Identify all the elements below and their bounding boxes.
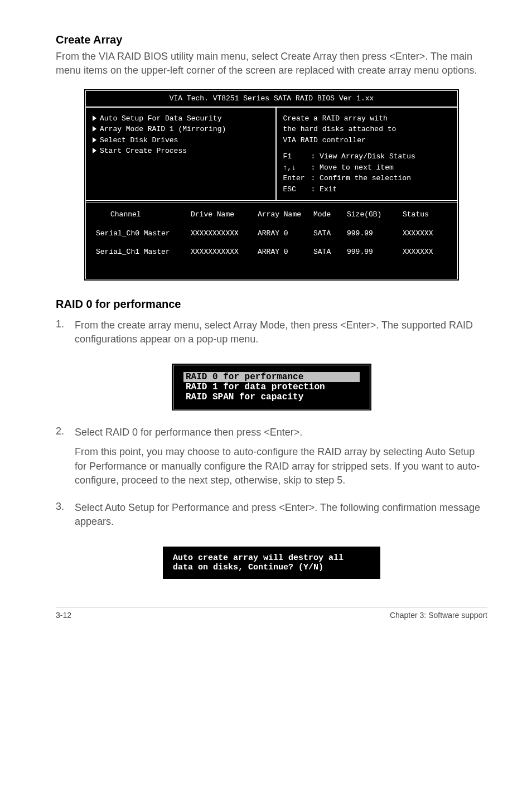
popup-option-selected: RAID 0 for performance (183, 372, 360, 382)
col-status: Status (403, 209, 447, 220)
popup-option: RAID SPAN for capacity (183, 392, 360, 402)
bios-help-line: F1: View Array/Disk Status (283, 151, 451, 162)
col-channel: Channel (96, 209, 191, 220)
step-text: From the create array menu, select Array… (75, 318, 487, 346)
table-header-row: Channel Drive Name Array Name Mode Size(… (96, 209, 447, 220)
menu-label: Select Disk Drives (100, 135, 178, 146)
triangle-icon (93, 126, 96, 132)
step-number: 2. (56, 426, 75, 493)
triangle-icon (93, 137, 96, 143)
cell-mode: SATA (313, 247, 347, 258)
help-text: : Exit (311, 185, 337, 194)
col-mode: Mode (313, 209, 347, 220)
heading-raid0: RAID 0 for performance (56, 298, 487, 311)
heading-create-array: Create Array (56, 33, 487, 46)
page-footer: 3-12 Chapter 3: Software support (56, 607, 487, 620)
step-3: 3. Select Auto Setup for Performance and… (56, 501, 487, 534)
cell-mode: SATA (313, 228, 347, 239)
help-text: : Confirm the selection (311, 174, 411, 182)
confirm-line: data on disks, Continue? (Y/N) (173, 563, 370, 572)
cell-array-name: ARRAY 0 (258, 228, 313, 239)
step-text: Select Auto Setup for Performance and pr… (75, 501, 487, 529)
bios-desc-line: Create a RAID array with (283, 113, 451, 124)
cell-size: 999.99 (347, 228, 403, 239)
step-number: 1. (56, 318, 75, 352)
footer-page-number: 3-12 (56, 611, 71, 620)
cell-size: 999.99 (347, 247, 403, 258)
col-drive-name: Drive Name (191, 209, 258, 220)
step-text: Select RAID 0 for performance then press… (75, 426, 487, 439)
bios-help-line: Enter: Confirm the selection (283, 173, 451, 184)
bios-top-pane: Auto Setup For Data Security Array Mode … (86, 108, 457, 201)
bios-menu: Auto Setup For Data Security Array Mode … (86, 108, 277, 201)
confirm-box: Auto create array will destroy all data … (163, 547, 380, 579)
bios-help-pane: Create a RAID array with the hard disks … (277, 108, 457, 201)
bios-help-line: ↑,↓: Move to next item (283, 162, 451, 173)
help-key: ESC (283, 184, 311, 195)
menu-label: Array Mode RAID 1 (Mirroring) (100, 124, 226, 135)
step-2: 2. Select RAID 0 for performance then pr… (56, 426, 487, 493)
help-text: : View Array/Disk Status (311, 152, 415, 161)
col-size: Size(GB) (347, 209, 403, 220)
help-key: Enter (283, 173, 311, 184)
triangle-icon (93, 115, 96, 121)
intro-paragraph: From the VIA RAID BIOS utility main menu… (56, 50, 487, 78)
bios-desc-line: the hard disks attached to (283, 124, 451, 135)
triangle-icon (93, 148, 96, 153)
bios-help-line: ESC: Exit (283, 184, 451, 195)
menu-label: Start Create Process (100, 146, 187, 157)
bios-desc-line: VIA RAID controller (283, 135, 451, 146)
bios-menu-item: Array Mode RAID 1 (Mirroring) (93, 124, 269, 135)
step-number: 3. (56, 501, 75, 534)
help-key: ↑,↓ (283, 162, 311, 173)
confirm-line: Auto create array will destroy all (173, 553, 370, 563)
bios-window: VIA Tech. VT8251 Series SATA RAID BIOS V… (84, 89, 460, 281)
table-row: Serial_Ch1 Master XXXXXXXXXXX ARRAY 0 SA… (96, 247, 447, 258)
confirmation-dialog: Auto create array will destroy all data … (56, 547, 487, 579)
footer-chapter: Chapter 3: Software support (390, 611, 487, 620)
bios-disk-table: Channel Drive Name Array Name Mode Size(… (86, 200, 457, 279)
bios-menu-item: Select Disk Drives (93, 135, 269, 146)
bios-menu-item: Auto Setup For Data Security (93, 113, 269, 124)
step-1: 1. From the create array menu, select Ar… (56, 318, 487, 352)
cell-status: XXXXXXX (403, 247, 447, 258)
cell-array-name: ARRAY 0 (258, 247, 313, 258)
cell-channel: Serial_Ch0 Master (96, 228, 191, 239)
cell-drive-name: XXXXXXXXXXX (191, 247, 258, 258)
bios-menu-item: Start Create Process (93, 146, 269, 157)
raid-mode-popup: RAID 0 for performance RAID 1 for data p… (56, 363, 487, 411)
cell-drive-name: XXXXXXXXXXX (191, 228, 258, 239)
menu-label: Auto Setup For Data Security (100, 113, 221, 124)
col-array-name: Array Name (258, 209, 313, 220)
cell-status: XXXXXXX (403, 228, 447, 239)
step-text: From this point, you may choose to auto-… (75, 445, 487, 487)
bios-screenshot: VIA Tech. VT8251 Series SATA RAID BIOS V… (56, 89, 487, 281)
table-row: Serial_Ch0 Master XXXXXXXXXXX ARRAY 0 SA… (96, 228, 447, 239)
help-text: : Move to next item (311, 163, 394, 172)
bios-title: VIA Tech. VT8251 Series SATA RAID BIOS V… (86, 91, 457, 108)
popup-option: RAID 1 for data protection (183, 382, 360, 392)
help-key: F1 (283, 151, 311, 162)
popup-box: RAID 0 for performance RAID 1 for data p… (171, 363, 372, 411)
cell-channel: Serial_Ch1 Master (96, 247, 191, 258)
